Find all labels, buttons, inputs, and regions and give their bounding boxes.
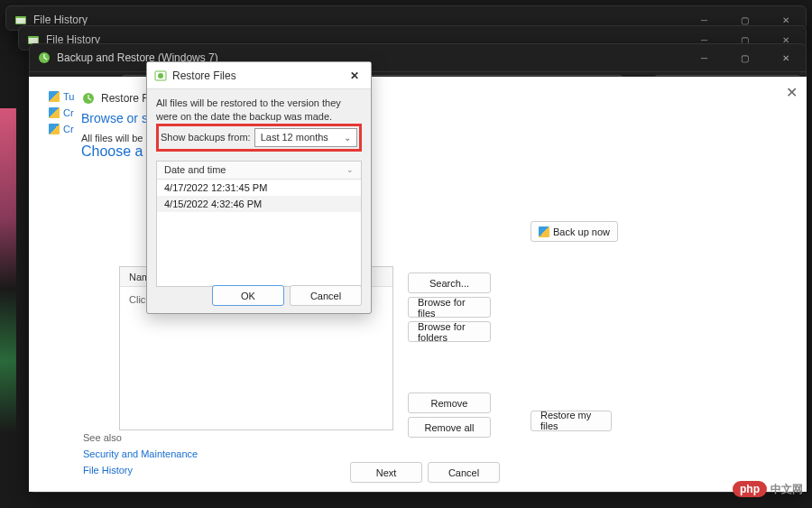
remove-all-button[interactable]: Remove all [408, 417, 491, 438]
dialog-close-button[interactable]: ✕ [346, 67, 364, 85]
backup-now-wrapper: Back up now [531, 221, 618, 242]
search-button[interactable]: Search... [408, 272, 491, 293]
browse-files-button[interactable]: Browse for files [408, 297, 491, 318]
dialog-instruction: All files will be restored to the versio… [156, 97, 362, 124]
close-button[interactable]: ✕ [765, 44, 806, 71]
see-also-security[interactable]: Security and Maintenance [83, 448, 198, 459]
see-also-section: See also Security and Maintenance File H… [83, 432, 198, 476]
desktop-left-strip [0, 108, 16, 469]
panel-sidebar: Tu Cr Cr [49, 91, 76, 160]
browse-button-stack: Search... Browse for files Browse for fo… [408, 272, 491, 342]
sidebar-item-label: Cr [63, 124, 74, 134]
shield-icon [49, 91, 60, 102]
restore-files-dialog: Restore Files ✕ All files will be restor… [146, 61, 372, 314]
backup-now-button[interactable]: Back up now [531, 221, 618, 242]
show-backups-label: Show backups from: [161, 132, 251, 143]
dialog-titlebar: Restore Files ✕ [147, 62, 371, 89]
chevron-down-icon: ⌄ [346, 165, 354, 174]
next-button[interactable]: Next [350, 462, 422, 483]
restore-icon [81, 91, 96, 106]
shield-icon [49, 107, 60, 118]
win-controls-3: ─ ▢ ✕ [684, 44, 806, 71]
sidebar-item-label: Tu [63, 91, 74, 102]
highlighted-region: Show backups from: Last 12 months ⌄ [156, 124, 362, 152]
dropdown-value: Last 12 months [261, 132, 328, 143]
sidebar-item-2[interactable]: Cr [49, 124, 76, 134]
maximize-button[interactable]: ▢ [724, 44, 765, 71]
window-title-1: File History [33, 14, 88, 26]
restore-my-files-button[interactable]: Restore my files [531, 411, 612, 431]
restore-my-files-wrapper: Restore my files [531, 406, 612, 431]
watermark-cn: 中文网 [770, 482, 803, 497]
shield-icon [539, 226, 549, 237]
dialog-icon [154, 69, 167, 82]
cancel-button[interactable]: Cancel [428, 462, 500, 483]
backup-row[interactable]: 4/17/2022 12:31:45 PM [157, 180, 361, 196]
sidebar-item-label: Cr [63, 107, 74, 118]
sidebar-item-1[interactable]: Cr [49, 107, 76, 118]
backup-row[interactable]: 4/15/2022 4:32:46 PM [157, 196, 361, 212]
sidebar-item-0[interactable]: Tu [49, 91, 76, 102]
shield-icon [49, 124, 60, 134]
chevron-down-icon: ⌄ [344, 133, 351, 143]
wizard-footer: Next Cancel [350, 462, 500, 483]
minimize-button[interactable]: ─ [684, 44, 724, 71]
browse-folders-button[interactable]: Browse for folders [408, 321, 491, 342]
backup-restore-icon [37, 51, 51, 65]
watermark-pill: php [733, 481, 767, 497]
list-column-header[interactable]: Date and time ⌄ [157, 162, 361, 180]
dialog-title: Restore Files [172, 69, 236, 82]
dialog-footer: OK Cancel [212, 285, 362, 306]
svg-point-9 [158, 73, 163, 79]
remove-button-stack: Remove Remove all [408, 393, 491, 438]
backup-date-list: Date and time ⌄ 4/17/2022 12:31:45 PM 4/… [156, 161, 362, 287]
show-backups-dropdown[interactable]: Last 12 months ⌄ [254, 128, 357, 147]
see-also-label: See also [83, 432, 198, 443]
column-label: Date and time [164, 164, 226, 175]
remove-button[interactable]: Remove [408, 393, 491, 413]
watermark: php 中文网 [733, 481, 803, 497]
panel-close-button[interactable]: ✕ [783, 84, 799, 100]
ok-button[interactable]: OK [212, 285, 284, 306]
dialog-cancel-button[interactable]: Cancel [290, 285, 362, 306]
svg-rect-1 [16, 18, 25, 23]
see-also-file-history[interactable]: File History [83, 465, 198, 476]
